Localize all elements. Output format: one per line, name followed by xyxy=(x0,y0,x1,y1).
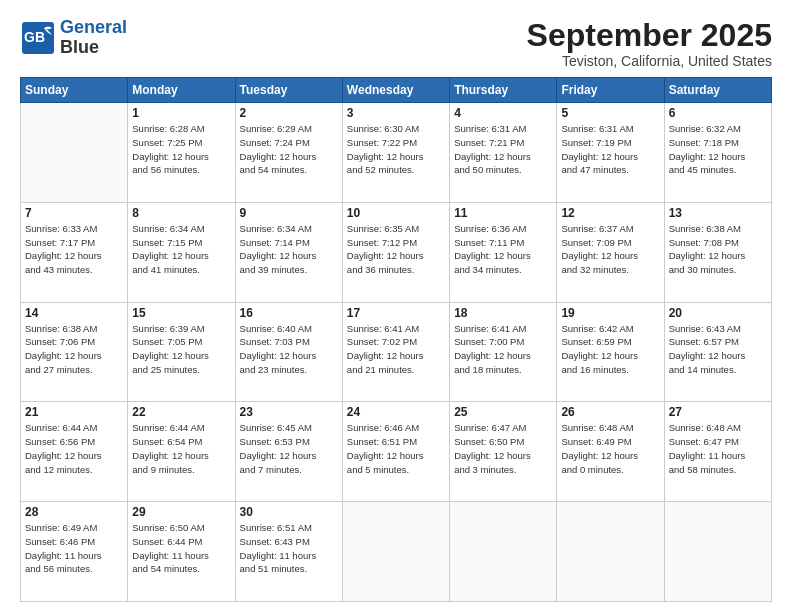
table-row: 15Sunrise: 6:39 AM Sunset: 7:05 PM Dayli… xyxy=(128,302,235,402)
day-number: 22 xyxy=(132,405,230,419)
table-row: 25Sunrise: 6:47 AM Sunset: 6:50 PM Dayli… xyxy=(450,402,557,502)
calendar-week-row-3: 14Sunrise: 6:38 AM Sunset: 7:06 PM Dayli… xyxy=(21,302,772,402)
calendar-header-row: Sunday Monday Tuesday Wednesday Thursday… xyxy=(21,78,772,103)
table-row: 12Sunrise: 6:37 AM Sunset: 7:09 PM Dayli… xyxy=(557,202,664,302)
table-row: 9Sunrise: 6:34 AM Sunset: 7:14 PM Daylig… xyxy=(235,202,342,302)
table-row: 4Sunrise: 6:31 AM Sunset: 7:21 PM Daylig… xyxy=(450,103,557,203)
col-saturday: Saturday xyxy=(664,78,771,103)
table-row: 26Sunrise: 6:48 AM Sunset: 6:49 PM Dayli… xyxy=(557,402,664,502)
day-info: Sunrise: 6:34 AM Sunset: 7:15 PM Dayligh… xyxy=(132,222,230,277)
col-tuesday: Tuesday xyxy=(235,78,342,103)
day-info: Sunrise: 6:30 AM Sunset: 7:22 PM Dayligh… xyxy=(347,122,445,177)
day-number: 27 xyxy=(669,405,767,419)
table-row: 8Sunrise: 6:34 AM Sunset: 7:15 PM Daylig… xyxy=(128,202,235,302)
day-number: 16 xyxy=(240,306,338,320)
table-row: 21Sunrise: 6:44 AM Sunset: 6:56 PM Dayli… xyxy=(21,402,128,502)
day-info: Sunrise: 6:46 AM Sunset: 6:51 PM Dayligh… xyxy=(347,421,445,476)
header: GB General Blue September 2025 Teviston,… xyxy=(20,18,772,69)
table-row xyxy=(557,502,664,602)
calendar-week-row-2: 7Sunrise: 6:33 AM Sunset: 7:17 PM Daylig… xyxy=(21,202,772,302)
day-info: Sunrise: 6:38 AM Sunset: 7:06 PM Dayligh… xyxy=(25,322,123,377)
day-info: Sunrise: 6:41 AM Sunset: 7:00 PM Dayligh… xyxy=(454,322,552,377)
day-info: Sunrise: 6:35 AM Sunset: 7:12 PM Dayligh… xyxy=(347,222,445,277)
logo: GB General Blue xyxy=(20,18,127,58)
day-info: Sunrise: 6:49 AM Sunset: 6:46 PM Dayligh… xyxy=(25,521,123,576)
day-number: 7 xyxy=(25,206,123,220)
table-row: 2Sunrise: 6:29 AM Sunset: 7:24 PM Daylig… xyxy=(235,103,342,203)
day-number: 23 xyxy=(240,405,338,419)
day-info: Sunrise: 6:47 AM Sunset: 6:50 PM Dayligh… xyxy=(454,421,552,476)
day-number: 12 xyxy=(561,206,659,220)
table-row: 7Sunrise: 6:33 AM Sunset: 7:17 PM Daylig… xyxy=(21,202,128,302)
day-number: 15 xyxy=(132,306,230,320)
table-row: 13Sunrise: 6:38 AM Sunset: 7:08 PM Dayli… xyxy=(664,202,771,302)
day-info: Sunrise: 6:29 AM Sunset: 7:24 PM Dayligh… xyxy=(240,122,338,177)
table-row: 17Sunrise: 6:41 AM Sunset: 7:02 PM Dayli… xyxy=(342,302,449,402)
day-number: 25 xyxy=(454,405,552,419)
day-info: Sunrise: 6:51 AM Sunset: 6:43 PM Dayligh… xyxy=(240,521,338,576)
table-row: 22Sunrise: 6:44 AM Sunset: 6:54 PM Dayli… xyxy=(128,402,235,502)
logo-icon: GB xyxy=(20,20,56,56)
day-number: 6 xyxy=(669,106,767,120)
day-number: 20 xyxy=(669,306,767,320)
day-info: Sunrise: 6:38 AM Sunset: 7:08 PM Dayligh… xyxy=(669,222,767,277)
table-row: 19Sunrise: 6:42 AM Sunset: 6:59 PM Dayli… xyxy=(557,302,664,402)
table-row: 10Sunrise: 6:35 AM Sunset: 7:12 PM Dayli… xyxy=(342,202,449,302)
day-number: 11 xyxy=(454,206,552,220)
day-info: Sunrise: 6:44 AM Sunset: 6:56 PM Dayligh… xyxy=(25,421,123,476)
table-row: 6Sunrise: 6:32 AM Sunset: 7:18 PM Daylig… xyxy=(664,103,771,203)
day-number: 9 xyxy=(240,206,338,220)
day-info: Sunrise: 6:33 AM Sunset: 7:17 PM Dayligh… xyxy=(25,222,123,277)
day-info: Sunrise: 6:45 AM Sunset: 6:53 PM Dayligh… xyxy=(240,421,338,476)
col-monday: Monday xyxy=(128,78,235,103)
day-number: 26 xyxy=(561,405,659,419)
table-row: 24Sunrise: 6:46 AM Sunset: 6:51 PM Dayli… xyxy=(342,402,449,502)
day-info: Sunrise: 6:32 AM Sunset: 7:18 PM Dayligh… xyxy=(669,122,767,177)
day-info: Sunrise: 6:34 AM Sunset: 7:14 PM Dayligh… xyxy=(240,222,338,277)
table-row: 1Sunrise: 6:28 AM Sunset: 7:25 PM Daylig… xyxy=(128,103,235,203)
day-info: Sunrise: 6:39 AM Sunset: 7:05 PM Dayligh… xyxy=(132,322,230,377)
day-info: Sunrise: 6:41 AM Sunset: 7:02 PM Dayligh… xyxy=(347,322,445,377)
table-row: 14Sunrise: 6:38 AM Sunset: 7:06 PM Dayli… xyxy=(21,302,128,402)
day-number: 29 xyxy=(132,505,230,519)
month-title: September 2025 xyxy=(527,18,772,53)
location: Teviston, California, United States xyxy=(527,53,772,69)
table-row: 11Sunrise: 6:36 AM Sunset: 7:11 PM Dayli… xyxy=(450,202,557,302)
table-row xyxy=(21,103,128,203)
day-number: 18 xyxy=(454,306,552,320)
table-row xyxy=(450,502,557,602)
table-row: 16Sunrise: 6:40 AM Sunset: 7:03 PM Dayli… xyxy=(235,302,342,402)
day-info: Sunrise: 6:36 AM Sunset: 7:11 PM Dayligh… xyxy=(454,222,552,277)
col-friday: Friday xyxy=(557,78,664,103)
table-row xyxy=(342,502,449,602)
day-number: 17 xyxy=(347,306,445,320)
day-number: 24 xyxy=(347,405,445,419)
calendar-table: Sunday Monday Tuesday Wednesday Thursday… xyxy=(20,77,772,602)
day-info: Sunrise: 6:28 AM Sunset: 7:25 PM Dayligh… xyxy=(132,122,230,177)
day-number: 5 xyxy=(561,106,659,120)
table-row: 23Sunrise: 6:45 AM Sunset: 6:53 PM Dayli… xyxy=(235,402,342,502)
day-info: Sunrise: 6:50 AM Sunset: 6:44 PM Dayligh… xyxy=(132,521,230,576)
table-row: 29Sunrise: 6:50 AM Sunset: 6:44 PM Dayli… xyxy=(128,502,235,602)
day-number: 19 xyxy=(561,306,659,320)
day-number: 2 xyxy=(240,106,338,120)
day-info: Sunrise: 6:31 AM Sunset: 7:21 PM Dayligh… xyxy=(454,122,552,177)
day-info: Sunrise: 6:43 AM Sunset: 6:57 PM Dayligh… xyxy=(669,322,767,377)
day-number: 21 xyxy=(25,405,123,419)
table-row: 30Sunrise: 6:51 AM Sunset: 6:43 PM Dayli… xyxy=(235,502,342,602)
col-wednesday: Wednesday xyxy=(342,78,449,103)
day-info: Sunrise: 6:40 AM Sunset: 7:03 PM Dayligh… xyxy=(240,322,338,377)
day-info: Sunrise: 6:48 AM Sunset: 6:47 PM Dayligh… xyxy=(669,421,767,476)
col-sunday: Sunday xyxy=(21,78,128,103)
page: GB General Blue September 2025 Teviston,… xyxy=(0,0,792,612)
day-number: 30 xyxy=(240,505,338,519)
calendar-week-row-4: 21Sunrise: 6:44 AM Sunset: 6:56 PM Dayli… xyxy=(21,402,772,502)
table-row: 27Sunrise: 6:48 AM Sunset: 6:47 PM Dayli… xyxy=(664,402,771,502)
day-number: 3 xyxy=(347,106,445,120)
day-info: Sunrise: 6:37 AM Sunset: 7:09 PM Dayligh… xyxy=(561,222,659,277)
day-info: Sunrise: 6:44 AM Sunset: 6:54 PM Dayligh… xyxy=(132,421,230,476)
table-row xyxy=(664,502,771,602)
table-row: 20Sunrise: 6:43 AM Sunset: 6:57 PM Dayli… xyxy=(664,302,771,402)
day-number: 28 xyxy=(25,505,123,519)
day-number: 4 xyxy=(454,106,552,120)
